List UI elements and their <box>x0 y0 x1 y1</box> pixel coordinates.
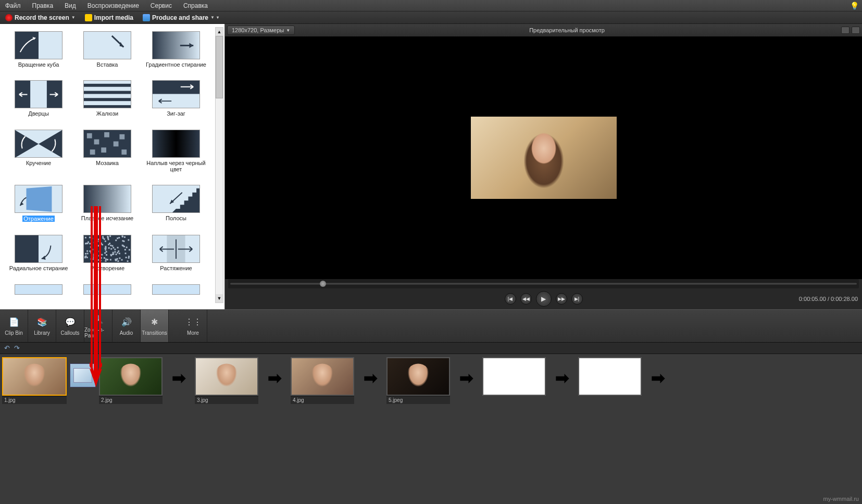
svg-rect-115 <box>125 253 127 255</box>
chevron-down-icon: ▾ <box>217 15 219 20</box>
transition-gradient-wipe[interactable]: Градиентное стирание <box>144 31 208 75</box>
next-button[interactable]: ▶| <box>571 293 583 305</box>
menu-playback[interactable]: Воспроизведение <box>85 1 141 10</box>
record-screen-button[interactable]: Record the screen ▼ <box>2 13 79 22</box>
transition-spin[interactable]: Кручение <box>6 130 71 180</box>
prev-button[interactable]: |◀ <box>505 293 516 305</box>
transition-cube-rotate[interactable]: Вращение куба <box>6 31 71 75</box>
svg-rect-94 <box>92 259 94 260</box>
scrollbar-thumb[interactable] <box>216 36 223 98</box>
transition-mosaic[interactable]: Мозаика <box>75 130 140 180</box>
transition-label: Вращение куба <box>6 61 71 68</box>
undo-icon[interactable]: ↶ <box>4 344 10 352</box>
transition-slot[interactable]: ➡ <box>645 363 671 393</box>
transition-radial-wipe[interactable]: Радиальное стирание <box>6 235 71 279</box>
arrow-right-icon: ➡ <box>172 368 186 388</box>
library-icon: 📚 <box>36 317 48 328</box>
main-toolbar: Record the screen ▼ Import media Produce… <box>0 11 862 24</box>
svg-rect-140 <box>89 250 91 252</box>
transition-label: Градиентное стирание <box>144 61 208 68</box>
produce-share-button[interactable]: Produce and share ▼ ▾ <box>140 13 222 22</box>
tab-more[interactable]: ⋮⋮More <box>179 310 207 342</box>
svg-rect-97 <box>97 241 98 242</box>
transitions-panel: Вращение кубаВставкаГрадиентное стирание… <box>0 24 225 309</box>
import-media-button[interactable]: Import media <box>82 13 136 22</box>
svg-rect-125 <box>108 239 109 241</box>
svg-rect-60 <box>122 245 123 246</box>
transition-reflection[interactable]: Отражение <box>6 185 71 230</box>
play-button[interactable]: ▶ <box>536 291 552 307</box>
timeline-clip[interactable]: 3.jpg <box>195 357 258 404</box>
transition-label: Растяжение <box>144 265 208 271</box>
transition-slot[interactable]: ➡ <box>357 363 383 393</box>
svg-rect-121 <box>91 239 93 241</box>
timeline-clip[interactable]: 1.jpg <box>2 357 67 404</box>
transition-slot[interactable]: ➡ <box>453 363 479 393</box>
svg-rect-11 <box>84 105 131 108</box>
transition-label: Полосы <box>144 215 208 221</box>
menu-file[interactable]: Файл <box>3 1 23 10</box>
transition-fade-black[interactable]: Наплыв через черный цвет <box>144 130 208 180</box>
timeline-clip[interactable]: 2.jpg <box>99 357 163 404</box>
menu-tools[interactable]: Сервис <box>148 1 174 10</box>
forward-button[interactable]: ▶▶ <box>556 293 567 305</box>
tab-label: Library <box>34 330 50 336</box>
preview-size-selector[interactable]: 1280x720, Размеры ▼ <box>227 26 295 35</box>
clip-image <box>3 358 66 395</box>
svg-rect-74 <box>100 260 102 261</box>
svg-rect-124 <box>124 249 126 250</box>
fullscreen-icon[interactable] <box>841 27 849 34</box>
hint-bulb-icon[interactable]: 💡 <box>850 2 859 10</box>
rewind-button[interactable]: ◀◀ <box>520 293 532 305</box>
svg-rect-66 <box>114 251 116 253</box>
detach-icon[interactable] <box>852 27 860 34</box>
svg-rect-128 <box>85 256 87 257</box>
transition-slot[interactable]: ➡ <box>549 363 575 393</box>
tab-callouts[interactable]: 💬Callouts <box>56 310 84 342</box>
transition-blinds[interactable]: Жалюзи <box>75 80 140 124</box>
svg-rect-35 <box>105 246 106 248</box>
transition-slot[interactable] <box>70 363 96 387</box>
timeline-clip[interactable] <box>482 357 546 396</box>
svg-rect-123 <box>102 236 104 238</box>
svg-rect-26 <box>84 185 131 213</box>
transition-slot[interactable]: ➡ <box>166 363 192 393</box>
transition-smooth-fade[interactable]: Плавное исчезание <box>75 185 140 230</box>
menu-edit[interactable]: Правка <box>30 1 56 10</box>
tab-library[interactable]: 📚Library <box>28 310 56 342</box>
transition-partial[interactable] <box>75 284 140 304</box>
transition-doors[interactable]: Дверцы <box>6 80 71 124</box>
size-label: 1280x720, Размеры <box>232 27 284 33</box>
transition-thumb <box>152 185 200 213</box>
transition-stretch[interactable]: Растяжение <box>144 235 208 279</box>
svg-rect-118 <box>117 252 118 254</box>
svg-rect-136 <box>103 237 104 239</box>
transition-dissolve[interactable]: Растворение <box>75 235 140 279</box>
transition-thumb <box>83 130 131 158</box>
svg-rect-23 <box>121 149 127 155</box>
transition-insert[interactable]: Вставка <box>75 31 140 75</box>
scroll-up-icon[interactable]: ▲ <box>216 28 223 36</box>
menu-view[interactable]: Вид <box>63 1 78 10</box>
timeline[interactable]: 1.jpg2.jpg➡3.jpg➡4.jpg➡5.jpeg➡➡➡ <box>0 354 862 442</box>
timeline-clip[interactable]: 5.jpeg <box>386 357 450 404</box>
transition-thumb <box>83 235 131 263</box>
seek-bar[interactable] <box>228 279 859 288</box>
scroll-down-icon[interactable]: ▼ <box>216 294 223 303</box>
timeline-clip[interactable] <box>578 357 642 396</box>
transition-partial[interactable] <box>144 284 208 304</box>
seek-handle[interactable] <box>320 281 326 287</box>
transition-zigzag[interactable]: Зиг-заг <box>144 80 208 124</box>
transition-partial[interactable] <box>6 284 71 304</box>
tab-transitions[interactable]: ✱Transitions <box>141 310 169 342</box>
timeline-clip[interactable]: 4.jpg <box>291 357 354 404</box>
tab-audio[interactable]: 🔊Audio <box>113 310 141 342</box>
transition-stripes[interactable]: Полосы <box>144 185 208 230</box>
redo-icon[interactable]: ↷ <box>14 344 20 352</box>
svg-rect-142 <box>116 254 117 255</box>
scrollbar[interactable]: ▲ ▼ <box>215 27 223 303</box>
tab-clip-bin[interactable]: 📄Clip Bin <box>0 310 28 342</box>
menu-help[interactable]: Справка <box>181 1 210 10</box>
tab-zoom[interactable]: 🔍Zoom-n-Pan <box>84 310 113 342</box>
transition-slot[interactable]: ➡ <box>261 363 288 393</box>
